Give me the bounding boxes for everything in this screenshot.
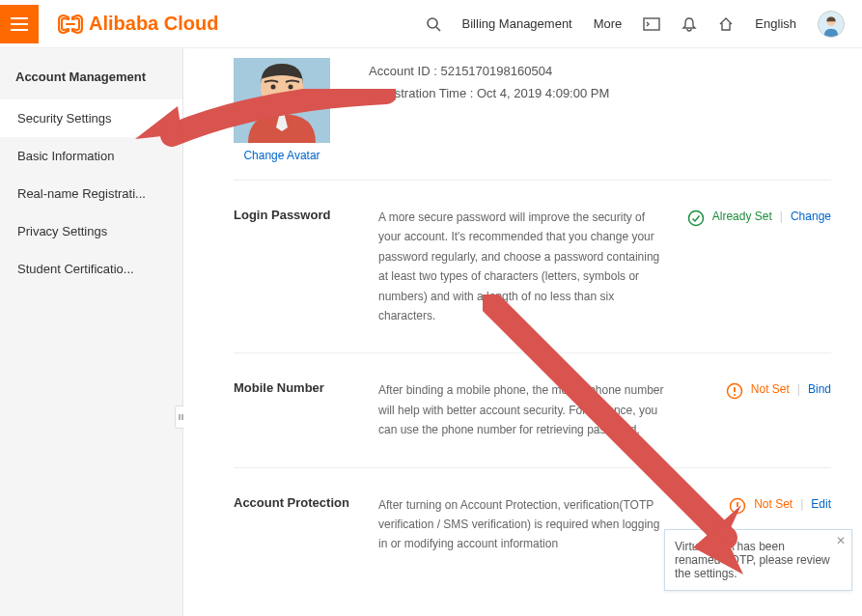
separator: |	[780, 210, 783, 223]
sidebar-item-basic-information[interactable]: Basic Information	[0, 137, 182, 175]
sidebar-item-security-settings[interactable]: Security Settings	[0, 99, 182, 137]
language-selector[interactable]: English	[755, 16, 796, 31]
bell-icon[interactable]	[681, 16, 697, 32]
registration-time-label: Registration Time :	[369, 86, 473, 100]
change-password-link[interactable]: Change	[791, 210, 831, 223]
svg-point-11	[688, 211, 703, 226]
billing-link[interactable]: Billing Management	[462, 16, 572, 31]
sidebar-item-privacy-settings[interactable]: Privacy Settings	[0, 212, 182, 250]
svg-point-0	[428, 18, 437, 28]
mobile-number-desc: After binding a mobile phone, the mobile…	[378, 380, 668, 439]
totp-rename-tooltip: ✕ Virtual MFA has been renamed TOTP, ple…	[664, 529, 852, 591]
svg-line-1	[436, 27, 440, 31]
account-id-row: Account ID : 5215170198160504	[369, 64, 609, 78]
search-icon[interactable]	[426, 16, 441, 32]
home-icon[interactable]	[718, 16, 734, 32]
account-id-label: Account ID :	[369, 64, 437, 78]
hamburger-menu-icon[interactable]	[0, 5, 39, 43]
separator: |	[797, 382, 800, 396]
svg-point-17	[737, 509, 738, 511]
sidebar-item-real-name-registration[interactable]: Real-name Registrati...	[0, 175, 182, 212]
tooltip-text: Virtual MFA has been renamed TOTP, pleas…	[675, 540, 830, 580]
edit-protection-link[interactable]: Edit	[811, 497, 831, 511]
close-icon[interactable]: ✕	[836, 534, 846, 547]
svg-rect-2	[644, 18, 659, 30]
bind-mobile-link[interactable]: Bind	[808, 382, 831, 396]
profile-avatar-image	[234, 58, 330, 143]
login-password-desc: A more secure password will improve the …	[378, 208, 668, 325]
svg-point-9	[271, 85, 276, 90]
registration-time-value: Oct 4, 2019 4:09:00 PM	[477, 86, 609, 100]
top-header: Alibaba Cloud Billing Management More En…	[0, 0, 862, 48]
more-link[interactable]: More	[594, 16, 623, 31]
account-protection-title: Account Protection	[234, 495, 378, 554]
alert-circle-icon	[729, 497, 746, 515]
registration-time-row: Registration Time : Oct 4, 2019 4:09:00 …	[369, 86, 609, 100]
password-status-text: Already Set	[712, 210, 772, 223]
change-avatar-link[interactable]: Change Avatar	[243, 149, 320, 162]
svg-point-14	[734, 394, 736, 396]
login-password-title: Login Password	[234, 208, 378, 325]
profile-section: Change Avatar Account ID : 5215170198160…	[234, 48, 831, 181]
alibaba-logo-icon	[58, 14, 83, 35]
header-right: Billing Management More English	[426, 11, 862, 38]
mobile-number-title: Mobile Number	[234, 380, 378, 439]
account-protection-desc: After turning on Account Protection, ver…	[378, 495, 668, 554]
check-circle-icon	[687, 210, 705, 227]
protection-status-text: Not Set	[754, 497, 792, 511]
sidebar-item-student-certification[interactable]: Student Certificatio...	[0, 250, 182, 288]
sidebar: Account Management Security Settings Bas…	[0, 48, 183, 616]
main-content: Change Avatar Account ID : 5215170198160…	[183, 48, 862, 616]
sidebar-title: Account Management	[0, 48, 182, 99]
login-password-section: Login Password A more secure password wi…	[234, 181, 831, 353]
svg-point-10	[289, 85, 293, 90]
brand-text: Alibaba Cloud	[89, 13, 218, 35]
separator: |	[800, 497, 803, 511]
account-id-value: 5215170198160504	[440, 64, 552, 78]
brand-logo[interactable]: Alibaba Cloud	[58, 13, 218, 35]
terminal-icon[interactable]	[643, 17, 660, 31]
alert-circle-icon	[726, 382, 743, 400]
mobile-number-section: Mobile Number After binding a mobile pho…	[234, 353, 831, 467]
user-avatar-icon[interactable]	[818, 11, 845, 38]
mobile-status-text: Not Set	[751, 382, 790, 396]
